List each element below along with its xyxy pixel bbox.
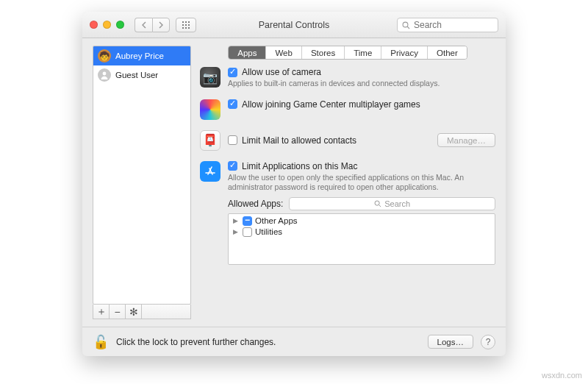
appstore-icon — [200, 161, 220, 182]
user-name: Guest User — [115, 71, 158, 79]
search-icon — [402, 21, 410, 29]
setting-camera: 📷 Allow use of camera Applies to built-i… — [200, 67, 495, 89]
tab-privacy[interactable]: Privacy — [381, 46, 428, 59]
allowed-search-placeholder: Search — [384, 199, 410, 208]
svg-point-2 — [188, 21, 190, 23]
setting-mail: 📮 Limit Mail to allowed contacts Manage… — [200, 130, 495, 151]
sidebar-toolbar: ＋ − ✻ — [93, 305, 191, 319]
nav-buttons — [135, 18, 170, 32]
lock-text: Click the lock to prevent further change… — [116, 337, 276, 347]
footer: 🔓 Click the lock to prevent further chan… — [82, 327, 506, 356]
svg-point-1 — [185, 21, 187, 23]
limitapps-option[interactable]: Limit Applications on this Mac — [228, 161, 495, 171]
svg-line-16 — [379, 205, 381, 207]
zoom-icon[interactable] — [116, 21, 124, 29]
avatar-icon — [98, 68, 111, 82]
tab-apps[interactable]: Apps — [229, 46, 266, 59]
allowed-apps-header: Allowed Apps: Search — [228, 197, 495, 210]
minimize-icon[interactable] — [103, 21, 111, 29]
show-all-button[interactable] — [176, 18, 196, 32]
tab-other[interactable]: Other — [428, 46, 467, 59]
svg-point-3 — [182, 24, 184, 26]
gamecenter-option[interactable]: Allow joining Game Center multiplayer ga… — [228, 99, 420, 110]
manage-contacts-button[interactable]: Manage… — [437, 133, 495, 147]
gear-icon: ✻ — [129, 306, 138, 318]
mail-option[interactable]: Limit Mail to allowed contacts — [228, 135, 430, 146]
back-button[interactable] — [135, 18, 152, 32]
gamecenter-label: Allow joining Game Center multiplayer ga… — [242, 99, 420, 110]
svg-point-9 — [403, 22, 408, 27]
svg-point-7 — [185, 27, 187, 29]
window-controls — [90, 21, 124, 29]
camera-desc: Applies to built-in cameras in devices a… — [228, 79, 440, 89]
svg-point-8 — [188, 27, 190, 29]
camera-label: Allow use of camera — [242, 67, 321, 77]
tab-web[interactable]: Web — [266, 46, 301, 59]
action-menu-button[interactable]: ✻ — [126, 305, 142, 319]
gamecenter-icon — [200, 99, 220, 120]
apps-settings: 📷 Allow use of camera Applies to built-i… — [200, 67, 495, 319]
allowed-apps-label: Allowed Apps: — [228, 199, 283, 209]
remove-user-button[interactable]: − — [110, 305, 126, 319]
mail-checkbox[interactable] — [228, 135, 237, 145]
tree-row-other-apps[interactable]: ▶ Other Apps — [229, 216, 495, 227]
user-list: 🧒 Aubrey Price Guest User — [93, 46, 191, 305]
sidebar-user-guest[interactable]: Guest User — [93, 65, 190, 85]
disclosure-triangle-icon[interactable]: ▶ — [233, 217, 240, 224]
user-name: Aubrey Price — [115, 51, 164, 60]
lock-icon[interactable]: 🔓 — [93, 334, 109, 350]
mail-icon: 📮 — [200, 130, 220, 151]
camera-checkbox[interactable] — [228, 68, 237, 77]
disclosure-triangle-icon[interactable]: ▶ — [233, 228, 240, 235]
svg-point-0 — [182, 21, 184, 23]
tree-label: Utilities — [255, 227, 282, 236]
allowed-apps-search[interactable]: Search — [289, 197, 495, 210]
logs-button[interactable]: Logs… — [428, 335, 473, 349]
tab-stores[interactable]: Stores — [302, 46, 345, 59]
sidebar-user-aubrey[interactable]: 🧒 Aubrey Price — [93, 46, 190, 65]
svg-point-6 — [182, 27, 184, 29]
svg-point-5 — [188, 24, 190, 26]
tree-label: Other Apps — [255, 216, 298, 225]
limitapps-label: Limit Applications on this Mac — [242, 161, 357, 171]
close-icon[interactable] — [90, 21, 98, 29]
setting-gamecenter: Allow joining Game Center multiplayer ga… — [200, 99, 495, 120]
search-icon — [374, 200, 381, 207]
titlebar: Parental Controls — [82, 12, 506, 38]
mail-label: Limit Mail to allowed contacts — [242, 135, 356, 146]
gamecenter-checkbox[interactable] — [228, 99, 237, 109]
setting-limitapps: Limit Applications on this Mac Allow the… — [200, 161, 495, 193]
window-body: 🧒 Aubrey Price Guest User ＋ − ✻ — [82, 38, 506, 327]
tab-bar: Apps Web Stores Time Privacy Other — [200, 46, 495, 60]
camera-icon: 📷 — [200, 67, 220, 88]
main-panel: Apps Web Stores Time Privacy Other 📷 All… — [200, 46, 495, 319]
camera-option[interactable]: Allow use of camera — [228, 67, 440, 77]
other-apps-checkbox[interactable] — [243, 216, 252, 226]
svg-line-10 — [407, 26, 409, 29]
parental-controls-window: Parental Controls 🧒 Aubrey Price Guest — [82, 12, 506, 356]
sidebar: 🧒 Aubrey Price Guest User ＋ − ✻ — [93, 46, 191, 319]
limitapps-checkbox[interactable] — [228, 161, 237, 171]
toolbar-search-input[interactable] — [414, 20, 493, 30]
add-user-button[interactable]: ＋ — [93, 305, 110, 319]
help-button[interactable]: ? — [481, 335, 495, 349]
svg-point-11 — [103, 72, 107, 76]
limitapps-desc: Allow the user to open only the specifie… — [228, 173, 495, 193]
avatar-icon: 🧒 — [98, 49, 111, 63]
watermark: wsxdn.com — [542, 371, 582, 380]
svg-point-15 — [375, 201, 379, 205]
svg-point-4 — [185, 24, 187, 26]
allowed-apps-tree[interactable]: ▶ Other Apps ▶ Utilities — [228, 213, 495, 265]
forward-button[interactable] — [152, 18, 170, 32]
utilities-checkbox[interactable] — [243, 227, 252, 237]
toolbar-search[interactable] — [397, 18, 498, 32]
tab-time[interactable]: Time — [345, 46, 381, 59]
tree-row-utilities[interactable]: ▶ Utilities — [229, 227, 495, 238]
